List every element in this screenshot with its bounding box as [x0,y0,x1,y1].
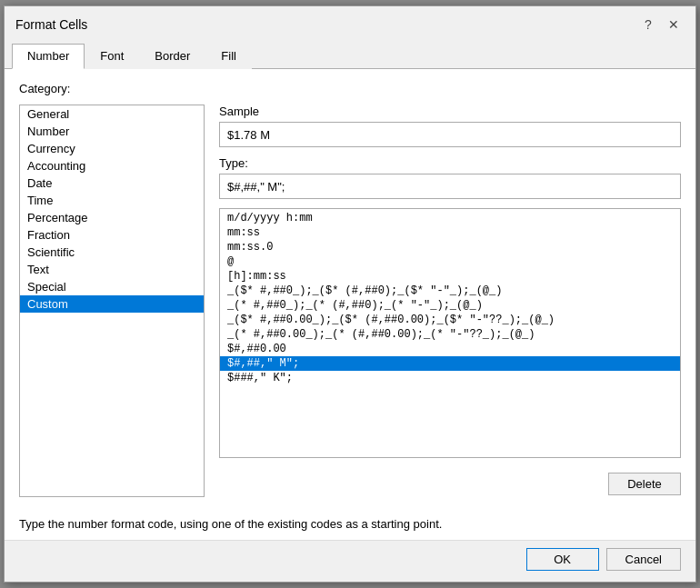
category-item[interactable]: Custom [20,295,204,313]
tab-font[interactable]: Font [85,44,139,69]
right-panel: Sample $1.78 M Type: m/d/yyyy h:mmmm:ssm… [219,105,681,497]
format-item[interactable]: [h]:mm:ss [220,269,680,284]
title-bar-controls: ? ✕ [637,14,685,35]
type-label: Type: [219,156,681,170]
cancel-button[interactable]: Cancel [606,548,681,571]
category-list[interactable]: GeneralNumberCurrencyAccountingDateTimeP… [20,105,204,496]
format-item[interactable]: $#,##," M"; [220,356,680,371]
sample-section: Sample $1.78 M [219,105,681,147]
footer-help-text: Type the number format code, using one o… [5,510,695,540]
close-button[interactable]: ✕ [663,14,685,35]
category-item[interactable]: Time [20,192,204,209]
category-list-container: GeneralNumberCurrencyAccountingDateTimeP… [19,105,205,497]
ok-button[interactable]: OK [526,548,599,571]
category-item[interactable]: Percentage [20,209,204,226]
category-item[interactable]: Special [20,278,204,295]
sample-value: $1.78 M [219,122,681,147]
format-item[interactable]: _($* #,##0.00_);_($* (#,##0.00);_($* "-"… [220,313,680,327]
title-bar-left: Format Cells [15,17,87,32]
tab-number[interactable]: Number [12,44,85,69]
bottom-buttons: Delete [219,467,681,497]
category-item[interactable]: Date [20,174,204,192]
category-item[interactable]: Scientific [20,244,204,261]
format-item[interactable]: m/d/yyyy h:mm [220,211,680,225]
main-area: GeneralNumberCurrencyAccountingDateTimeP… [19,105,681,497]
format-item[interactable]: _(* #,##0_);_(* (#,##0);_(* "-"_);_(@_) [220,298,680,313]
category-item[interactable]: Text [20,261,204,278]
category-item[interactable]: Number [20,123,204,140]
tab-bar: Number Font Border Fill [5,39,695,69]
tab-border[interactable]: Border [139,44,205,69]
type-input[interactable] [219,174,681,199]
format-item[interactable]: _(* #,##0.00_);_(* (#,##0.00);_(* "-"??_… [220,327,680,342]
format-item[interactable]: mm:ss.0 [220,240,680,254]
title-bar: Format Cells ? ✕ [5,6,695,39]
category-item[interactable]: Currency [20,140,204,157]
category-item[interactable]: Fraction [20,226,204,244]
sample-label: Sample [219,105,681,118]
delete-button[interactable]: Delete [608,473,681,495]
category-item[interactable]: General [20,105,204,123]
type-section: Type: [219,156,681,199]
format-item[interactable]: _($* #,##0_);_($* (#,##0);_($* "-"_);_(@… [220,284,680,298]
format-item[interactable]: mm:ss [220,225,680,240]
category-label: Category: [19,82,681,95]
format-list[interactable]: m/d/yyyy h:mmmm:ssmm:ss.0@[h]:mm:ss_($* … [220,209,680,457]
format-list-container: m/d/yyyy h:mmmm:ssmm:ss.0@[h]:mm:ss_($* … [219,208,681,458]
tab-fill[interactable]: Fill [205,44,252,69]
dialog-footer-buttons: OK Cancel [5,540,695,582]
format-item[interactable]: $###," K"; [220,371,680,385]
help-button[interactable]: ? [637,14,659,35]
category-item[interactable]: Accounting [20,157,204,174]
format-item[interactable]: @ [220,254,680,269]
format-cells-dialog: Format Cells ? ✕ Number Font Border Fill… [4,5,696,583]
format-item[interactable]: $#,##0.00 [220,342,680,356]
tab-content: Category: GeneralNumberCurrencyAccountin… [5,69,695,510]
dialog-title: Format Cells [15,17,87,32]
